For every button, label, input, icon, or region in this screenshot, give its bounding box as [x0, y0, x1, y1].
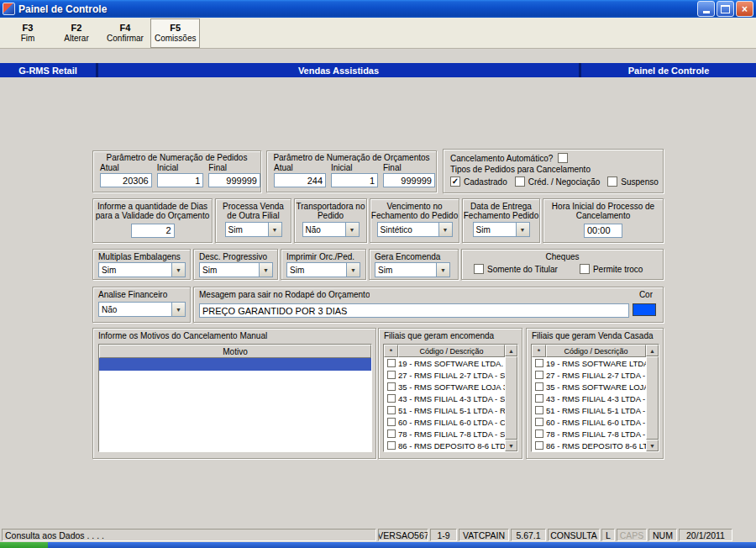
filial-encomenda-checkbox[interactable]: [387, 394, 396, 403]
orcamentos-inicial-input[interactable]: [331, 173, 378, 187]
tipo-cred-negociacao-option[interactable]: Créd. / Negociação: [515, 177, 601, 187]
dropdown-arrow-icon[interactable]: ▼: [171, 303, 185, 316]
filial-encomenda-checkbox[interactable]: [387, 429, 396, 438]
filial-encomenda-row[interactable]: 51 - RMS FILIAL 5-1 LTDA - RJ: [384, 404, 505, 416]
toolbar-button-comissoes[interactable]: F5 Comissões: [150, 18, 200, 48]
filial-venda-casada-checkbox[interactable]: [535, 371, 543, 379]
cheques-permite-troco-checkbox[interactable]: [580, 264, 590, 274]
imprimir-combo[interactable]: Sim ▼: [286, 262, 360, 277]
scroll-track[interactable]: [646, 356, 659, 440]
filial-venda-casada-checkbox[interactable]: [535, 359, 543, 367]
column-header-star[interactable]: *: [384, 345, 398, 357]
tipo-cadastrado-option[interactable]: ✓ Cadastrado: [450, 177, 507, 187]
filial-venda-casada-checkbox[interactable]: [535, 394, 543, 403]
toolbar-button-confirmar[interactable]: F4 Confirmar: [102, 18, 149, 48]
cheques-somente-titular-option[interactable]: Somente do Titular: [474, 264, 558, 274]
maximize-button[interactable]: [717, 1, 734, 17]
filial-encomenda-row[interactable]: 35 - RMS SOFTWARE LOJA 3: [384, 381, 505, 393]
group-gera-encomenda: Gera Encomenda Sim ▼: [369, 249, 459, 280]
filial-venda-casada-row[interactable]: 35 - RMS SOFTWARE LOJA 3: [532, 381, 646, 393]
orcamentos-final-input[interactable]: [383, 173, 435, 187]
vencimento-combo[interactable]: Sintético ▼: [377, 222, 453, 237]
column-header-codigo-descricao[interactable]: Código / Descrição: [398, 345, 505, 357]
desc-progressivo-combo[interactable]: Sim ▼: [199, 262, 273, 277]
scroll-down-icon[interactable]: ▼: [505, 440, 517, 451]
filial-encomenda-row[interactable]: 86 - RMS DEPOSITO 8-6 LTDA: [384, 440, 505, 451]
scroll-down-icon[interactable]: ▼: [646, 440, 659, 451]
filiais-venda-casada-list[interactable]: * Código / Descrição 19 - RMS SOFTWARE L…: [531, 344, 659, 452]
dropdown-arrow-icon[interactable]: ▼: [436, 263, 449, 277]
filial-venda-casada-checkbox[interactable]: [535, 418, 543, 426]
dropdown-arrow-icon[interactable]: ▼: [259, 263, 272, 277]
processa-venda-combo[interactable]: Sim ▼: [225, 222, 282, 237]
dropdown-arrow-icon[interactable]: ▼: [268, 223, 281, 236]
filial-venda-casada-checkbox[interactable]: [535, 382, 543, 391]
filial-encomenda-checkbox[interactable]: [387, 418, 396, 426]
dropdown-arrow-icon[interactable]: ▼: [346, 263, 360, 277]
filial-venda-casada-row[interactable]: 86 - RMS DEPOSITO 8-6 LTDA: [532, 440, 646, 451]
filial-venda-casada-row[interactable]: 27 - RMS FILIAL 2-7 LTDA - SI: [532, 369, 646, 381]
orcamentos-atual-input[interactable]: [274, 173, 326, 187]
pedidos-final-input[interactable]: [208, 173, 260, 187]
filial-encomenda-checkbox[interactable]: [387, 441, 396, 450]
scrollbar[interactable]: ▲ ▼: [505, 345, 517, 451]
scroll-up-icon[interactable]: ▲: [646, 345, 659, 356]
scroll-up-icon[interactable]: ▲: [505, 345, 517, 356]
cheques-somente-titular-checkbox[interactable]: [474, 264, 484, 274]
close-button[interactable]: ×: [736, 1, 753, 17]
tipo-suspenso-option[interactable]: Suspenso: [607, 177, 658, 187]
pedidos-atual-input[interactable]: [100, 173, 152, 187]
filiais-encomenda-list[interactable]: * Código / Descrição 19 - RMS SOFTWARE L…: [383, 344, 518, 452]
cancelamento-automatico-checkbox[interactable]: [558, 153, 568, 163]
filial-encomenda-checkbox[interactable]: [387, 371, 396, 379]
scroll-thumb[interactable]: [505, 356, 517, 440]
column-header-codigo-descricao[interactable]: Código / Descrição: [546, 345, 646, 357]
toolbar-button-fim[interactable]: F3 Fim: [4, 18, 51, 48]
filial-venda-casada-checkbox[interactable]: [535, 429, 543, 438]
tipo-suspenso-checkbox[interactable]: [607, 177, 617, 187]
data-entrega-combo[interactable]: Sim ▼: [473, 222, 530, 237]
filial-venda-casada-row[interactable]: 78 - RMS FILIAL 7-8 LTDA - SI: [532, 428, 646, 440]
mensagem-rodape-input[interactable]: [199, 303, 629, 318]
minimize-button[interactable]: [697, 1, 715, 17]
pedidos-inicial-input[interactable]: [157, 173, 204, 187]
dropdown-arrow-icon[interactable]: ▼: [345, 223, 359, 236]
filial-encomenda-row[interactable]: 43 - RMS FILIAL 4-3 LTDA - SP: [384, 393, 505, 404]
filial-venda-casada-row[interactable]: 43 - RMS FILIAL 4-3 LTDA - SI: [532, 393, 646, 404]
tipo-cadastrado-checkbox[interactable]: ✓: [450, 177, 460, 187]
column-header-star[interactable]: *: [532, 345, 546, 357]
dropdown-arrow-icon[interactable]: ▼: [516, 223, 529, 236]
motivos-table[interactable]: Motivo: [98, 344, 372, 452]
hora-inicial-input[interactable]: [584, 224, 622, 238]
filial-encomenda-row[interactable]: 27 - RMS FILIAL 2-7 LTDA - SP: [384, 369, 505, 381]
validade-dias-input[interactable]: [131, 224, 175, 238]
motivo-row-selected[interactable]: [99, 358, 371, 371]
filial-encomenda-checkbox[interactable]: [387, 359, 396, 367]
filial-encomenda-checkbox[interactable]: [387, 406, 396, 414]
start-button-sliver[interactable]: [0, 542, 48, 548]
filial-encomenda-row[interactable]: 19 - RMS SOFTWARE LTDA.: [384, 357, 505, 369]
filial-venda-casada-checkbox[interactable]: [535, 441, 543, 450]
filial-venda-casada-row[interactable]: 19 - RMS SOFTWARE LTDA.: [532, 357, 646, 369]
filial-encomenda-row[interactable]: 60 - RMS FILIAL 6-0 LTDA - CE: [384, 416, 505, 428]
tipo-cred-negociacao-checkbox[interactable]: [515, 177, 525, 187]
multiplas-embalagens-combo[interactable]: Sim ▼: [98, 262, 186, 277]
scroll-thumb[interactable]: [646, 356, 659, 440]
filial-venda-casada-checkbox[interactable]: [535, 406, 543, 414]
analise-financeiro-combo[interactable]: Não ▼: [98, 302, 186, 317]
scrollbar[interactable]: ▲ ▼: [646, 345, 659, 451]
motivos-column-header[interactable]: Motivo: [99, 345, 371, 358]
filial-encomenda-row[interactable]: 78 - RMS FILIAL 7-8 LTDA - SP: [384, 428, 505, 440]
cor-swatch[interactable]: [633, 303, 656, 316]
transportadora-combo[interactable]: Não ▼: [302, 222, 360, 237]
dropdown-arrow-icon[interactable]: ▼: [171, 263, 185, 277]
gera-encomenda-combo[interactable]: Sim ▼: [375, 262, 450, 277]
dropdown-arrow-icon[interactable]: ▼: [438, 223, 452, 236]
filial-venda-casada-row[interactable]: 60 - RMS FILIAL 6-0 LTDA - SI: [532, 416, 646, 428]
cheques-permite-troco-option[interactable]: Permite troco: [580, 264, 643, 274]
filial-venda-casada-row[interactable]: 51 - RMS FILIAL 5-1 LTDA - R.: [532, 404, 646, 416]
scroll-track[interactable]: [505, 356, 517, 440]
toolbar-button-alterar[interactable]: F2 Alterar: [53, 18, 100, 48]
filial-encomenda-checkbox[interactable]: [387, 382, 396, 391]
inicial-label: Inicial: [331, 164, 378, 173]
